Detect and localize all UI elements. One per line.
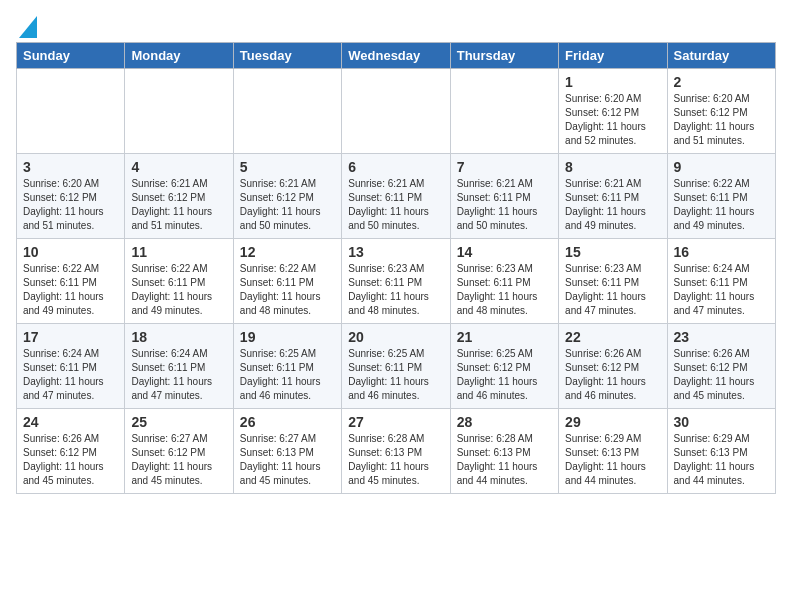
day-info: Sunrise: 6:27 AM Sunset: 6:13 PM Dayligh…	[240, 432, 335, 488]
day-number: 5	[240, 159, 335, 175]
day-info: Sunrise: 6:24 AM Sunset: 6:11 PM Dayligh…	[674, 262, 769, 318]
day-number: 8	[565, 159, 660, 175]
day-info: Sunrise: 6:24 AM Sunset: 6:11 PM Dayligh…	[131, 347, 226, 403]
day-number: 13	[348, 244, 443, 260]
day-number: 20	[348, 329, 443, 345]
day-info: Sunrise: 6:29 AM Sunset: 6:13 PM Dayligh…	[674, 432, 769, 488]
day-info: Sunrise: 6:23 AM Sunset: 6:11 PM Dayligh…	[348, 262, 443, 318]
calendar-cell: 1Sunrise: 6:20 AM Sunset: 6:12 PM Daylig…	[559, 69, 667, 154]
calendar-cell: 12Sunrise: 6:22 AM Sunset: 6:11 PM Dayli…	[233, 239, 341, 324]
day-info: Sunrise: 6:23 AM Sunset: 6:11 PM Dayligh…	[457, 262, 552, 318]
calendar-week-4: 17Sunrise: 6:24 AM Sunset: 6:11 PM Dayli…	[17, 324, 776, 409]
day-number: 15	[565, 244, 660, 260]
day-info: Sunrise: 6:25 AM Sunset: 6:11 PM Dayligh…	[240, 347, 335, 403]
calendar-cell: 23Sunrise: 6:26 AM Sunset: 6:12 PM Dayli…	[667, 324, 775, 409]
day-info: Sunrise: 6:23 AM Sunset: 6:11 PM Dayligh…	[565, 262, 660, 318]
calendar-cell: 27Sunrise: 6:28 AM Sunset: 6:13 PM Dayli…	[342, 409, 450, 494]
calendar-cell: 10Sunrise: 6:22 AM Sunset: 6:11 PM Dayli…	[17, 239, 125, 324]
logo-icon	[19, 16, 37, 38]
calendar-cell: 11Sunrise: 6:22 AM Sunset: 6:11 PM Dayli…	[125, 239, 233, 324]
day-info: Sunrise: 6:28 AM Sunset: 6:13 PM Dayligh…	[348, 432, 443, 488]
calendar-week-5: 24Sunrise: 6:26 AM Sunset: 6:12 PM Dayli…	[17, 409, 776, 494]
calendar-cell: 20Sunrise: 6:25 AM Sunset: 6:11 PM Dayli…	[342, 324, 450, 409]
day-info: Sunrise: 6:29 AM Sunset: 6:13 PM Dayligh…	[565, 432, 660, 488]
calendar-cell: 3Sunrise: 6:20 AM Sunset: 6:12 PM Daylig…	[17, 154, 125, 239]
calendar-cell	[342, 69, 450, 154]
day-number: 27	[348, 414, 443, 430]
day-number: 24	[23, 414, 118, 430]
day-info: Sunrise: 6:21 AM Sunset: 6:11 PM Dayligh…	[457, 177, 552, 233]
day-info: Sunrise: 6:26 AM Sunset: 6:12 PM Dayligh…	[565, 347, 660, 403]
day-number: 1	[565, 74, 660, 90]
day-info: Sunrise: 6:24 AM Sunset: 6:11 PM Dayligh…	[23, 347, 118, 403]
calendar-cell: 26Sunrise: 6:27 AM Sunset: 6:13 PM Dayli…	[233, 409, 341, 494]
svg-marker-0	[19, 16, 37, 38]
day-number: 11	[131, 244, 226, 260]
column-header-saturday: Saturday	[667, 43, 775, 69]
column-header-tuesday: Tuesday	[233, 43, 341, 69]
day-number: 21	[457, 329, 552, 345]
calendar-cell: 24Sunrise: 6:26 AM Sunset: 6:12 PM Dayli…	[17, 409, 125, 494]
calendar-cell: 9Sunrise: 6:22 AM Sunset: 6:11 PM Daylig…	[667, 154, 775, 239]
day-info: Sunrise: 6:20 AM Sunset: 6:12 PM Dayligh…	[674, 92, 769, 148]
calendar-cell: 13Sunrise: 6:23 AM Sunset: 6:11 PM Dayli…	[342, 239, 450, 324]
day-info: Sunrise: 6:20 AM Sunset: 6:12 PM Dayligh…	[23, 177, 118, 233]
day-info: Sunrise: 6:22 AM Sunset: 6:11 PM Dayligh…	[23, 262, 118, 318]
calendar-week-1: 1Sunrise: 6:20 AM Sunset: 6:12 PM Daylig…	[17, 69, 776, 154]
day-info: Sunrise: 6:26 AM Sunset: 6:12 PM Dayligh…	[23, 432, 118, 488]
day-info: Sunrise: 6:27 AM Sunset: 6:12 PM Dayligh…	[131, 432, 226, 488]
logo	[16, 16, 37, 34]
day-number: 25	[131, 414, 226, 430]
day-info: Sunrise: 6:21 AM Sunset: 6:11 PM Dayligh…	[565, 177, 660, 233]
day-number: 3	[23, 159, 118, 175]
calendar-cell: 5Sunrise: 6:21 AM Sunset: 6:12 PM Daylig…	[233, 154, 341, 239]
calendar-week-3: 10Sunrise: 6:22 AM Sunset: 6:11 PM Dayli…	[17, 239, 776, 324]
calendar-week-2: 3Sunrise: 6:20 AM Sunset: 6:12 PM Daylig…	[17, 154, 776, 239]
day-number: 7	[457, 159, 552, 175]
calendar-cell	[125, 69, 233, 154]
calendar-cell: 21Sunrise: 6:25 AM Sunset: 6:12 PM Dayli…	[450, 324, 558, 409]
day-number: 23	[674, 329, 769, 345]
day-info: Sunrise: 6:25 AM Sunset: 6:11 PM Dayligh…	[348, 347, 443, 403]
calendar-cell: 16Sunrise: 6:24 AM Sunset: 6:11 PM Dayli…	[667, 239, 775, 324]
calendar-table: SundayMondayTuesdayWednesdayThursdayFrid…	[16, 42, 776, 494]
day-info: Sunrise: 6:28 AM Sunset: 6:13 PM Dayligh…	[457, 432, 552, 488]
calendar-cell: 14Sunrise: 6:23 AM Sunset: 6:11 PM Dayli…	[450, 239, 558, 324]
calendar-cell: 4Sunrise: 6:21 AM Sunset: 6:12 PM Daylig…	[125, 154, 233, 239]
day-number: 16	[674, 244, 769, 260]
day-number: 9	[674, 159, 769, 175]
day-info: Sunrise: 6:21 AM Sunset: 6:12 PM Dayligh…	[131, 177, 226, 233]
calendar-cell: 25Sunrise: 6:27 AM Sunset: 6:12 PM Dayli…	[125, 409, 233, 494]
calendar-cell: 18Sunrise: 6:24 AM Sunset: 6:11 PM Dayli…	[125, 324, 233, 409]
column-header-friday: Friday	[559, 43, 667, 69]
day-number: 19	[240, 329, 335, 345]
day-number: 4	[131, 159, 226, 175]
calendar-cell: 15Sunrise: 6:23 AM Sunset: 6:11 PM Dayli…	[559, 239, 667, 324]
day-number: 17	[23, 329, 118, 345]
day-info: Sunrise: 6:25 AM Sunset: 6:12 PM Dayligh…	[457, 347, 552, 403]
day-number: 28	[457, 414, 552, 430]
calendar-cell: 19Sunrise: 6:25 AM Sunset: 6:11 PM Dayli…	[233, 324, 341, 409]
column-header-sunday: Sunday	[17, 43, 125, 69]
calendar-cell: 28Sunrise: 6:28 AM Sunset: 6:13 PM Dayli…	[450, 409, 558, 494]
page-header	[16, 16, 776, 34]
day-info: Sunrise: 6:22 AM Sunset: 6:11 PM Dayligh…	[131, 262, 226, 318]
day-number: 22	[565, 329, 660, 345]
day-info: Sunrise: 6:22 AM Sunset: 6:11 PM Dayligh…	[674, 177, 769, 233]
column-header-thursday: Thursday	[450, 43, 558, 69]
calendar-cell: 6Sunrise: 6:21 AM Sunset: 6:11 PM Daylig…	[342, 154, 450, 239]
day-number: 18	[131, 329, 226, 345]
calendar-cell	[17, 69, 125, 154]
calendar-cell: 22Sunrise: 6:26 AM Sunset: 6:12 PM Dayli…	[559, 324, 667, 409]
calendar-cell: 30Sunrise: 6:29 AM Sunset: 6:13 PM Dayli…	[667, 409, 775, 494]
day-number: 2	[674, 74, 769, 90]
day-number: 12	[240, 244, 335, 260]
day-info: Sunrise: 6:21 AM Sunset: 6:12 PM Dayligh…	[240, 177, 335, 233]
calendar-cell	[233, 69, 341, 154]
day-info: Sunrise: 6:22 AM Sunset: 6:11 PM Dayligh…	[240, 262, 335, 318]
day-info: Sunrise: 6:20 AM Sunset: 6:12 PM Dayligh…	[565, 92, 660, 148]
day-number: 10	[23, 244, 118, 260]
day-info: Sunrise: 6:26 AM Sunset: 6:12 PM Dayligh…	[674, 347, 769, 403]
calendar-cell: 29Sunrise: 6:29 AM Sunset: 6:13 PM Dayli…	[559, 409, 667, 494]
calendar-cell: 2Sunrise: 6:20 AM Sunset: 6:12 PM Daylig…	[667, 69, 775, 154]
